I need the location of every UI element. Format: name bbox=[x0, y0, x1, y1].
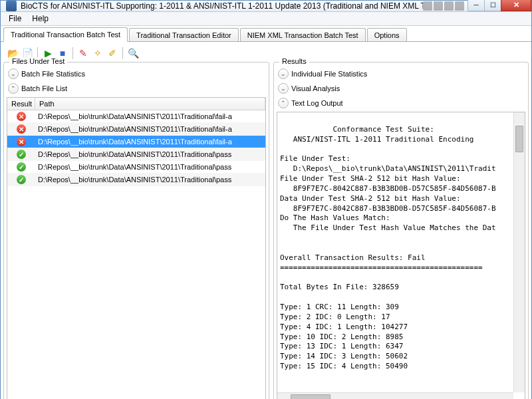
tabstrip: Traditional Transaction Batch Test Tradi… bbox=[1, 26, 531, 42]
file-list: Result Path ✕D:\Repos\__bio\trunk\Data\A… bbox=[7, 97, 266, 399]
table-row[interactable]: ✕D:\Repos\__bio\trunk\Data\ANSINIST\2011… bbox=[7, 136, 265, 148]
window-title: BioCTS for ANSI/NIST-ITL Supporting: 1-2… bbox=[21, 1, 423, 11]
file-path: D:\Repos\__bio\trunk\Data\ANSINIST\2011\… bbox=[35, 163, 265, 171]
chevron-up-icon: ⌃ bbox=[8, 83, 19, 94]
chevron-up-icon: ⌃ bbox=[278, 98, 289, 108]
split-pane: Files Under Test ⌄ Batch File Statistics… bbox=[3, 62, 529, 399]
minimize-button[interactable] bbox=[467, 0, 485, 11]
pass-icon: ✓ bbox=[17, 150, 26, 159]
toolbar: 📂 📄 ▶ ■ ✎ ✧ ✐ 🔍 bbox=[3, 45, 529, 62]
files-under-test-group: Files Under Test ⌄ Batch File Statistics… bbox=[3, 62, 269, 399]
section-label: Batch File Statistics bbox=[21, 70, 85, 78]
app-window: BioCTS for ANSI/NIST-ITL Supporting: 1-2… bbox=[0, 0, 532, 399]
group-title: Files Under Test bbox=[9, 57, 67, 65]
edit-icon[interactable]: ✎ bbox=[76, 47, 90, 60]
menubar: File Help bbox=[1, 12, 531, 26]
section-label: Batch File List bbox=[21, 84, 67, 92]
close-button[interactable] bbox=[501, 0, 531, 11]
tab-options[interactable]: Options bbox=[367, 28, 407, 42]
vertical-scrollbar[interactable] bbox=[513, 112, 525, 392]
file-path: D:\Repos\__bio\trunk\Data\ANSINIST\2011\… bbox=[35, 112, 265, 120]
section-text-log[interactable]: ⌃ Text Log Output bbox=[277, 96, 525, 110]
file-path: D:\Repos\__bio\trunk\Data\ANSINIST\2011\… bbox=[35, 150, 265, 158]
file-path: D:\Repos\__bio\trunk\Data\ANSINIST\2011\… bbox=[35, 176, 265, 184]
list-header: Result Path bbox=[7, 98, 265, 110]
section-batch-stats[interactable]: ⌄ Batch File Statistics bbox=[7, 66, 266, 81]
log-text: Conformance Test Suite: ANSI/NIST-ITL 1-… bbox=[280, 125, 496, 370]
wand-icon[interactable]: ✧ bbox=[91, 47, 104, 60]
table-row[interactable]: ✓D:\Repos\__bio\trunk\Data\ANSINIST\2011… bbox=[7, 148, 265, 161]
tab-transaction-editor[interactable]: Traditional Transaction Editor bbox=[129, 28, 239, 42]
results-group: Results ⌄ Individual File Statistics ⌄ V… bbox=[273, 62, 529, 399]
section-individual-stats[interactable]: ⌄ Individual File Statistics bbox=[277, 66, 525, 81]
maximize-button[interactable] bbox=[484, 0, 501, 11]
toolbar-separator bbox=[72, 47, 73, 59]
horizontal-scrollbar[interactable] bbox=[277, 392, 513, 399]
fail-icon: ✕ bbox=[17, 112, 26, 121]
section-label: Text Log Output bbox=[291, 99, 343, 107]
fail-icon: ✕ bbox=[17, 137, 26, 146]
list-body: ✕D:\Repos\__bio\trunk\Data\ANSINIST\2011… bbox=[7, 110, 265, 399]
chevron-down-icon: ⌄ bbox=[278, 68, 289, 79]
app-icon bbox=[6, 1, 17, 11]
text-log-output[interactable]: Conformance Test Suite: ANSI/NIST-ITL 1-… bbox=[277, 112, 525, 399]
section-batch-list[interactable]: ⌃ Batch File List bbox=[7, 81, 266, 96]
group-title: Results bbox=[279, 57, 309, 65]
section-visual-analysis[interactable]: ⌄ Visual Analysis bbox=[277, 81, 525, 96]
table-row[interactable]: ✓D:\Repos\__bio\trunk\Data\ANSINIST\2011… bbox=[7, 161, 265, 174]
menu-help[interactable]: Help bbox=[27, 12, 54, 25]
scroll-thumb[interactable] bbox=[515, 126, 523, 152]
chevron-down-icon: ⌄ bbox=[278, 83, 289, 94]
section-label: Visual Analysis bbox=[291, 84, 340, 92]
titlebar: BioCTS for ANSI/NIST-ITL Supporting: 1-2… bbox=[1, 1, 531, 12]
titlebar-sys-icons bbox=[423, 1, 468, 11]
section-label: Individual File Statistics bbox=[291, 70, 367, 78]
menu-file[interactable]: File bbox=[3, 12, 27, 25]
toolbar-separator bbox=[122, 47, 123, 59]
pass-icon: ✓ bbox=[17, 162, 26, 172]
table-row[interactable]: ✕D:\Repos\__bio\trunk\Data\ANSINIST\2011… bbox=[7, 110, 265, 123]
tab-batch-test[interactable]: Traditional Transaction Batch Test bbox=[3, 27, 128, 42]
col-path[interactable]: Path bbox=[35, 98, 265, 110]
tab-niem-batch-test[interactable]: NIEM XML Transaction Batch Test bbox=[240, 28, 366, 42]
clean-icon[interactable]: ✐ bbox=[106, 47, 119, 60]
file-path: D:\Repos\__bio\trunk\Data\ANSINIST\2011\… bbox=[35, 138, 265, 146]
table-row[interactable]: ✕D:\Repos\__bio\trunk\Data\ANSINIST\2011… bbox=[7, 123, 265, 136]
scroll-thumb[interactable] bbox=[291, 394, 331, 399]
search-icon[interactable]: 🔍 bbox=[126, 47, 140, 60]
tab-content: 📂 📄 ▶ ■ ✎ ✧ ✐ 🔍 Files Under Test ⌄ Batch… bbox=[1, 41, 531, 399]
chevron-down-icon: ⌄ bbox=[8, 68, 19, 79]
pass-icon: ✓ bbox=[17, 175, 26, 184]
file-path: D:\Repos\__bio\trunk\Data\ANSINIST\2011\… bbox=[35, 125, 265, 133]
fail-icon: ✕ bbox=[17, 124, 26, 134]
col-result[interactable]: Result bbox=[7, 98, 35, 110]
table-row[interactable]: ✓D:\Repos\__bio\trunk\Data\ANSINIST\2011… bbox=[7, 174, 265, 186]
